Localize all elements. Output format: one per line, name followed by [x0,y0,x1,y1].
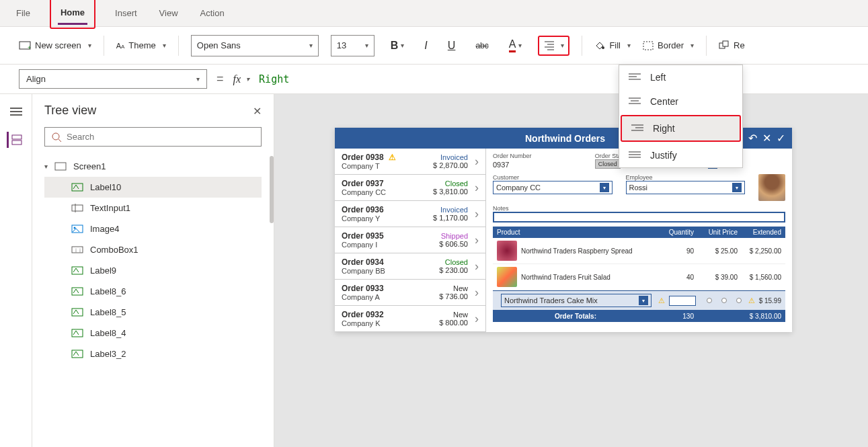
svg-rect-14 [12,140,22,145]
handle[interactable] [721,298,727,303]
align-right-option[interactable]: Right [621,115,741,142]
ribbon: + New screen ▾ AA Theme ▾ Open Sans ▾ 13… [0,27,868,65]
screen-icon [54,162,67,171]
search-icon [52,132,61,142]
font-size-dropdown[interactable]: 13 ▾ [331,35,374,56]
order-row[interactable]: Order 0936Company YInvoiced$ 1,170.00› [335,201,485,227]
chevron-down-icon: ▾ [518,42,522,49]
svg-text:⋮⋮: ⋮⋮ [74,248,82,252]
separator [178,36,179,56]
tree-item-combobox1[interactable]: ⋮⋮ComboBox1 [44,239,262,260]
handle[interactable] [736,298,742,303]
product-dropdown[interactable]: Northwind Traders Cake Mix▾ [501,294,652,307]
canvas[interactable]: Northwind Orders ↶ ✕ ✓ Order 0938 ⚠Compa… [274,94,868,447]
chevron-right-icon[interactable]: › [475,312,479,326]
close-icon[interactable]: ✕ [762,132,771,145]
chevron-right-icon[interactable]: › [475,155,479,169]
order-row[interactable]: Order 0934Company BBClosed$ 230.00› [335,253,485,280]
order-row[interactable]: Order 0933Company ANew$ 736.00› [335,280,485,306]
chevron-right-icon[interactable]: › [475,207,479,221]
order-company: Company K [342,319,439,327]
italic-button[interactable]: I [420,37,431,54]
chevron-right-icon[interactable]: › [475,233,479,247]
undo-icon[interactable]: ↶ [748,132,757,145]
order-status: Closed [433,179,468,188]
strikethrough-button[interactable]: abc [471,38,492,53]
menu-file[interactable]: File [13,3,33,24]
tree-root-screen1[interactable]: ▾ Screen1 [44,156,262,177]
menu-action[interactable]: Action [198,3,227,24]
fill-label: Fill [609,40,621,50]
search-box[interactable] [44,127,262,147]
align-justify-option[interactable]: Justify [619,143,742,167]
align-left-option[interactable]: Left [619,65,742,89]
tree-item-label3_2[interactable]: Label3_2 [44,343,262,364]
control-icon [71,204,83,213]
check-icon[interactable]: ✓ [777,132,785,145]
order-status: New [439,311,468,319]
underline-button[interactable]: U [444,37,460,54]
tree-item-label8_5[interactable]: Label8_5 [44,302,262,323]
product-row[interactable]: Northwind Traders Raspberry Spread90$ 25… [493,238,785,264]
field-label: Customer [493,174,613,181]
menu-insert[interactable]: Insert [112,3,140,24]
tree-view-pane: Tree view ✕ ▾ Screen1 Label10TextInput1I… [32,94,274,447]
selection-handles[interactable] [707,298,742,303]
tree-item-textinput1[interactable]: TextInput1 [44,198,262,218]
search-input[interactable] [67,132,254,142]
align-button[interactable]: ▾ [538,36,569,56]
order-row[interactable]: Order 0932Company KNew$ 800.00› [335,306,485,332]
customer-dropdown[interactable]: Company CC▾ [493,181,613,194]
property-dropdown[interactable]: Align ▾ [19,69,207,89]
product-ext: $ 1,560.00 [738,274,781,281]
new-screen-button[interactable]: + New screen ▾ [19,40,91,50]
chevron-right-icon[interactable]: › [475,181,479,195]
notes-input[interactable] [493,212,785,222]
tree-item-label8_4[interactable]: Label8_4 [44,323,262,343]
employee-dropdown[interactable]: Rossi▾ [626,181,746,194]
tree-item-label9[interactable]: Label9 [44,260,262,281]
theme-icon: AA [116,42,125,50]
formula-value[interactable]: Right [259,73,289,85]
field-label: Employee [626,174,746,181]
product-thumbnail [497,267,517,287]
order-row[interactable]: Order 0937Company CCClosed$ 3,810.00› [335,175,485,201]
tree-item-image4[interactable]: Image4 [44,218,262,239]
product-row[interactable]: Northwind Traders Fruit Salad40$ 39.00$ … [493,264,785,290]
handle[interactable] [707,298,712,303]
reorder-button[interactable]: Re [719,40,745,51]
tree-view-icon[interactable] [7,132,23,148]
align-center-option[interactable]: Center [619,89,742,114]
fx-button[interactable]: fx▾ [233,73,250,85]
tree-item-label10[interactable]: Label10 [44,177,262,198]
fill-button[interactable]: Fill ▾ [594,40,631,51]
font-color-button[interactable]: A▾ [505,36,526,55]
control-icon [71,329,83,338]
highlight-home: Home [50,0,95,29]
product-qty: 40 [650,274,694,281]
theme-button[interactable]: AA Theme ▾ [116,40,166,50]
hamburger-icon[interactable] [8,104,24,120]
order-row[interactable]: Order 0935Company IShipped$ 606.50› [335,227,485,253]
chevron-right-icon[interactable]: › [475,286,479,300]
dropdown-value: Northwind Traders Cake Mix [504,296,598,304]
chevron-right-icon[interactable]: › [475,259,479,274]
svg-text:+: + [28,44,31,50]
warning-icon: ⚠ [748,296,755,305]
font-dropdown[interactable]: Open Sans ▾ [191,35,319,56]
scrollbar[interactable] [270,156,274,223]
menu-view[interactable]: View [157,3,181,24]
order-id: Order 0933 [342,284,439,293]
svg-rect-19 [72,205,83,211]
qty-input[interactable] [669,296,696,306]
new-screen-label: New screen [35,40,81,50]
chevron-down-icon: ▾ [600,183,609,192]
product-ext: $ 2,250.00 [738,247,781,255]
tree-item-label8_6[interactable]: Label8_6 [44,281,262,302]
border-button[interactable]: Border ▾ [643,40,694,50]
bold-button[interactable]: B▾ [387,37,409,54]
menu-home[interactable]: Home [58,2,87,25]
close-icon[interactable]: ✕ [253,105,262,118]
price-value: $ 15.99 [759,297,781,304]
order-row[interactable]: Order 0938 ⚠Company TInvoiced$ 2,870.00› [335,149,485,175]
